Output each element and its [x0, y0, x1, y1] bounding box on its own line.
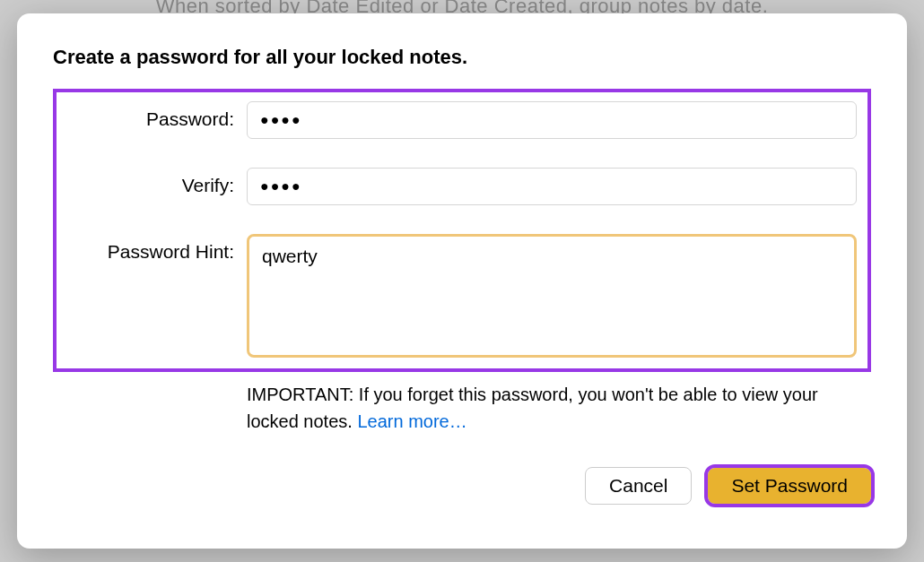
- password-row: Password: ●●●●: [67, 101, 857, 139]
- verify-input[interactable]: ●●●●: [247, 168, 857, 205]
- cancel-button[interactable]: Cancel: [585, 467, 692, 505]
- password-dialog: Create a password for all your locked no…: [17, 13, 907, 549]
- set-password-button[interactable]: Set Password: [708, 468, 871, 504]
- password-label: Password:: [67, 101, 247, 130]
- dialog-title: Create a password for all your locked no…: [53, 46, 871, 69]
- verify-row: Verify: ●●●●: [67, 168, 857, 205]
- important-message: IMPORTANT: If you forget this password, …: [247, 385, 818, 431]
- password-hint-input[interactable]: [247, 234, 857, 358]
- important-row: IMPORTANT: If you forget this password, …: [53, 381, 871, 435]
- hint-label: Password Hint:: [67, 234, 247, 263]
- important-text: IMPORTANT: If you forget this password, …: [247, 381, 871, 435]
- verify-label: Verify:: [67, 168, 247, 196]
- password-input[interactable]: ●●●●: [247, 101, 857, 139]
- hint-row: Password Hint:: [67, 234, 857, 358]
- form-highlight-area: Password: ●●●● Verify: ●●●● Password Hin…: [53, 89, 871, 372]
- learn-more-link[interactable]: Learn more…: [357, 411, 466, 431]
- button-row: Cancel Set Password: [53, 467, 871, 505]
